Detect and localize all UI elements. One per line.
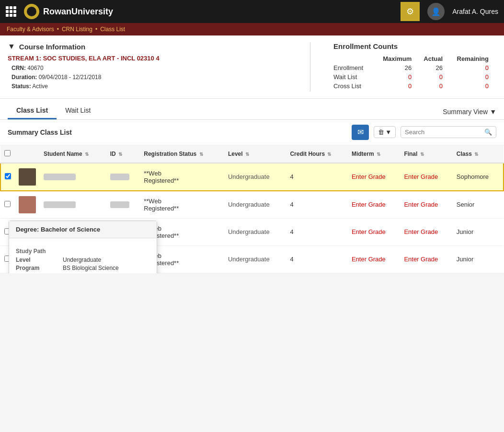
search-input[interactable] (405, 128, 484, 136)
enrollment-col-actual: Actual (419, 54, 450, 63)
tabs-right: Summary View ▼ (443, 108, 496, 119)
row-id (106, 191, 140, 219)
page-wrapper: RowanUniversity ⚙ 👤 Arafat A. Qures Facu… (0, 0, 504, 273)
table-header-reg-status[interactable]: Registration Status ⇅ (140, 145, 224, 163)
enrollment-remaining-crosslist: 0 (450, 82, 496, 91)
tab-class-list[interactable]: Class List (8, 103, 57, 119)
classlist-toolbar: Summary Class List ✉ 🗑 ▼ 🔍 (0, 120, 504, 145)
enrollment-table: Maximum Actual Remaining Enrollment 26 2… (333, 54, 496, 91)
table-header-credit-hours[interactable]: Credit Hours ⇅ (286, 145, 348, 163)
degree-popup-card: Degree: Bachelor of Science Study Path L… (9, 221, 157, 273)
course-info-title: Course Information (19, 43, 85, 51)
row-midterm-grade[interactable]: Enter Grade (348, 163, 400, 191)
breadcrumb-faculty[interactable]: Faculty & Advisors (7, 26, 54, 33)
row-class: Sophomore (453, 163, 504, 191)
row-credit-hours: 4 (286, 245, 348, 273)
enrollment-remaining-enrollment: 0 (450, 63, 496, 72)
row-final-grade[interactable]: Enter Grade (400, 191, 452, 219)
row-midterm-grade[interactable]: Enter Grade (348, 218, 400, 245)
table-header-checkbox (0, 145, 15, 163)
logo-text: RowanUniversity (43, 7, 113, 17)
row-id (106, 163, 140, 191)
logo-icon (24, 4, 39, 19)
username-display: Arafat A. Qures (452, 8, 498, 15)
enrollment-row-crosslist: Cross List 0 0 0 (333, 82, 496, 91)
row-midterm-grade[interactable]: Enter Grade (348, 191, 400, 219)
grid-menu-icon[interactable] (6, 6, 16, 17)
course-meta: CRN: 40670 Duration: 09/04/2018 - 12/21/… (11, 64, 287, 92)
row-level: Undergraduate (224, 191, 286, 219)
classlist-toolbar-title: Summary Class List (8, 128, 347, 136)
row-avatar-cell (15, 191, 40, 219)
row-reg-status: **WebRegistered** (140, 191, 224, 219)
popup-key-catalog-term: Catalog Term (16, 273, 59, 273)
breadcrumb-classlist: Class List (100, 26, 125, 33)
table-header-id[interactable]: ID ⇅ (106, 145, 140, 163)
enrollment-col-remaining: Remaining (450, 54, 496, 63)
course-title: STREAM 1: SOC STUDIES, ELA ART - INCL 02… (8, 55, 287, 62)
enrollment-actual-crosslist: 0 (419, 82, 450, 91)
table-row: **WebRegistered** Undergraduate 4 Enter … (0, 191, 504, 219)
tab-wait-list[interactable]: Wait List (57, 103, 99, 119)
row-class: Junior (453, 218, 504, 245)
row-checkbox[interactable] (4, 201, 11, 207)
crn-label: CRN: (11, 65, 26, 71)
enrollment-section: Enrollment Counts Maximum Actual Remaini… (333, 42, 496, 92)
row-level: Undergraduate (224, 245, 286, 273)
avatar (19, 168, 36, 186)
table-header-class[interactable]: Class ⇅ (453, 145, 504, 163)
popup-body: Study Path Level Undergraduate Program B… (9, 238, 157, 273)
tabs-left: Class List Wait List (8, 103, 99, 119)
summary-view-label: Summary View (443, 108, 488, 116)
filter-dropdown-icon: ▼ (385, 128, 391, 136)
row-checkbox-cell (0, 163, 15, 191)
select-all-checkbox[interactable] (4, 150, 11, 156)
enrollment-max-waitlist: 0 (377, 72, 419, 82)
settings-icon[interactable]: ⚙ (401, 2, 420, 21)
email-button[interactable]: ✉ (352, 125, 369, 140)
row-checkbox[interactable] (5, 173, 11, 179)
row-checkbox-cell (0, 191, 15, 219)
enrollment-title: Enrollment Counts (333, 42, 496, 50)
popup-header: Degree: Bachelor of Science (9, 221, 157, 238)
enrollment-max-crosslist: 0 (377, 82, 419, 91)
enrollment-col-empty (333, 54, 377, 63)
filter-button[interactable]: 🗑 ▼ (374, 126, 396, 138)
popup-val-catalog-term: Fall 2016 (63, 273, 86, 273)
row-credit-hours: 4 (286, 218, 348, 245)
enrollment-row-waitlist: Wait List 0 0 0 (333, 72, 496, 82)
table-header-midterm[interactable]: Midterm ⇅ (348, 145, 400, 163)
row-final-grade[interactable]: Enter Grade (400, 218, 452, 245)
row-midterm-grade[interactable]: Enter Grade (348, 245, 400, 273)
course-info-left: ▼ Course Information STREAM 1: SOC STUDI… (8, 42, 287, 92)
search-icon: 🔍 (484, 128, 492, 136)
search-box: 🔍 (401, 126, 496, 138)
duration-label: Duration: (11, 74, 37, 81)
row-student-name (40, 191, 106, 219)
row-final-grade[interactable]: Enter Grade (400, 163, 452, 191)
row-final-grade[interactable]: Enter Grade (400, 245, 452, 273)
popup-row-level: Level Undergraduate (16, 257, 150, 263)
row-credit-hours: 4 (286, 191, 348, 219)
table-header-student-name[interactable]: Student Name ⇅ (40, 145, 106, 163)
user-avatar-icon[interactable]: 👤 (427, 3, 445, 20)
collapse-button[interactable]: ▼ (8, 42, 15, 51)
popup-section-label: Study Path (16, 248, 150, 255)
row-level: Undergraduate (224, 163, 286, 191)
enrollment-actual-waitlist: 0 (419, 72, 450, 82)
enrollment-actual-enrollment: 26 (419, 63, 450, 72)
breadcrumb-crn[interactable]: CRN Listing (62, 26, 92, 33)
popup-key-program: Program (16, 265, 59, 271)
course-info-section: ▼ Course Information STREAM 1: SOC STUDI… (0, 35, 504, 99)
popup-row-program: Program BS Biological Science (16, 265, 150, 271)
popup-key-level: Level (16, 257, 59, 263)
enrollment-col-maximum: Maximum (377, 54, 419, 63)
table-header-final[interactable]: Final ⇅ (400, 145, 452, 163)
enrollment-label-waitlist: Wait List (333, 72, 377, 82)
summary-view-button[interactable]: Summary View ▼ (443, 108, 496, 116)
row-level: Undergraduate (224, 218, 286, 245)
duration-value: 09/04/2018 - 12/21/2018 (39, 74, 102, 81)
popup-row-catalog-term: Catalog Term Fall 2016 (16, 273, 150, 273)
table-header-level[interactable]: Level ⇅ (224, 145, 286, 163)
enrollment-label-enrollment: Enrollment (333, 63, 377, 72)
